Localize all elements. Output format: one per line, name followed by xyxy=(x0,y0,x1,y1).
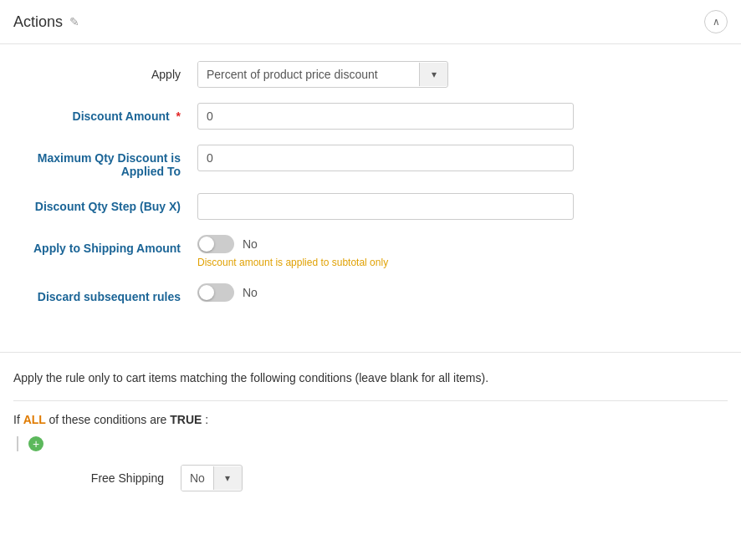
chevron-up-icon: ∧ xyxy=(713,16,720,28)
apply-select-value: Percent of product price discount xyxy=(198,62,419,87)
discount-amount-input[interactable] xyxy=(197,103,574,130)
free-shipping-select-arrow[interactable]: ▾ xyxy=(213,466,242,490)
section-header: Actions ✎ ∧ xyxy=(0,0,741,44)
max-qty-input[interactable] xyxy=(197,145,574,171)
add-condition-button[interactable]: + xyxy=(28,436,43,451)
apply-select-wrapper[interactable]: Percent of product price discount ▾ xyxy=(197,61,448,88)
if-label: If xyxy=(13,413,20,426)
divider xyxy=(0,352,741,353)
apply-shipping-control: No Discount amount is applied to subtota… xyxy=(197,235,574,268)
apply-shipping-row: Apply to Shipping Amount No Discount amo… xyxy=(0,235,741,268)
discard-rules-toggle-row: No xyxy=(197,283,574,302)
max-qty-label: Maximum Qty Discount is Applied To xyxy=(13,145,197,178)
discount-amount-row: Discount Amount * xyxy=(0,103,741,130)
free-shipping-select-wrapper[interactable]: No ▾ xyxy=(181,465,243,491)
conditions-divider xyxy=(13,400,728,401)
all-label[interactable]: ALL xyxy=(23,413,46,426)
free-shipping-select-value: No xyxy=(181,466,213,491)
discount-amount-label: Discount Amount * xyxy=(13,103,197,123)
edit-icon[interactable]: ✎ xyxy=(69,15,79,28)
apply-shipping-toggle-label: No xyxy=(243,237,258,251)
free-shipping-label: Free Shipping xyxy=(64,471,181,485)
free-shipping-chevron-down-icon: ▾ xyxy=(225,472,230,484)
conditions-section: Apply the rule only to cart items matchi… xyxy=(0,369,741,491)
toggle-knob xyxy=(199,237,214,252)
discard-rules-control: No xyxy=(197,283,574,302)
apply-label: Apply xyxy=(13,61,197,81)
discount-qty-step-control xyxy=(197,193,574,220)
apply-shipping-label: Apply to Shipping Amount xyxy=(13,235,197,255)
add-icon: + xyxy=(33,438,39,450)
discard-rules-toggle-label: No xyxy=(243,286,258,299)
apply-shipping-toggle-row: No xyxy=(197,235,574,253)
conditions-tree: + xyxy=(17,436,728,451)
actions-title: Actions xyxy=(13,13,63,31)
max-qty-row: Maximum Qty Discount is Applied To xyxy=(0,145,741,178)
discard-toggle-knob xyxy=(199,285,214,300)
conditions-rule: If ALL of these conditions are TRUE : xyxy=(13,413,728,426)
discount-qty-step-row: Discount Qty Step (Buy X) xyxy=(0,193,741,220)
discount-qty-step-input[interactable] xyxy=(197,193,574,220)
required-mark: * xyxy=(176,109,181,123)
form-body: Apply Percent of product price discount … xyxy=(0,44,741,335)
apply-shipping-toggle[interactable] xyxy=(197,235,234,253)
colon: : xyxy=(205,413,208,426)
collapse-button[interactable]: ∧ xyxy=(704,10,728,33)
chevron-down-icon: ▾ xyxy=(432,69,437,80)
apply-control: Percent of product price discount ▾ xyxy=(197,61,574,88)
discard-rules-label: Discard subsequent rules xyxy=(13,283,197,303)
max-qty-control xyxy=(197,145,574,171)
discard-rules-row: Discard subsequent rules No xyxy=(0,283,741,303)
discount-amount-control xyxy=(197,103,574,130)
conditions-text: of these conditions are xyxy=(49,413,167,426)
free-shipping-row: Free Shipping No ▾ xyxy=(64,465,728,491)
apply-row: Apply Percent of product price discount … xyxy=(0,61,741,88)
apply-shipping-hint: Discount amount is applied to subtotal o… xyxy=(197,257,574,268)
apply-select-arrow[interactable]: ▾ xyxy=(419,63,447,86)
discount-qty-step-label: Discount Qty Step (Buy X) xyxy=(13,193,197,213)
true-label[interactable]: TRUE xyxy=(170,413,202,426)
section-title: Actions ✎ xyxy=(13,13,79,31)
conditions-description: Apply the rule only to cart items matchi… xyxy=(13,369,728,387)
discard-rules-toggle[interactable] xyxy=(197,283,234,302)
